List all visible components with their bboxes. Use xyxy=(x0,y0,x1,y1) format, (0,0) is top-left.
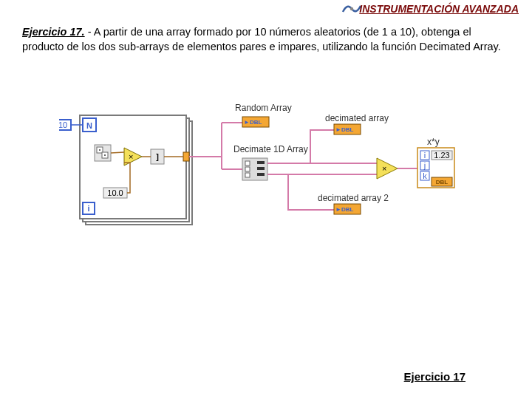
loop-tunnel xyxy=(183,152,189,161)
svg-rect-9 xyxy=(245,173,250,177)
decimate-label: Decimate 1D Array xyxy=(233,144,308,154)
svg-text:k: k xyxy=(423,171,427,180)
svg-text:j: j xyxy=(423,161,426,170)
svg-text:×: × xyxy=(129,152,133,161)
random-array-label: Random Array xyxy=(235,103,292,113)
svg-text:1.23: 1.23 xyxy=(434,151,449,160)
svg-point-0 xyxy=(350,7,353,10)
svg-rect-8 xyxy=(245,167,250,171)
page-header: INSTRUMENTACIÓN AVANZADA xyxy=(359,3,519,15)
svg-rect-11 xyxy=(257,167,265,170)
wire-dec-bottom xyxy=(267,174,334,210)
loop-count-value: 10 xyxy=(59,120,67,129)
decimated-array2-glyph: ►DBL xyxy=(335,206,353,213)
svg-text:]: ] xyxy=(156,152,159,161)
decimated-array-glyph: ►DBL xyxy=(335,126,353,133)
svg-text:i: i xyxy=(424,151,426,160)
svg-text:×: × xyxy=(382,164,386,173)
xy-label: x*y xyxy=(427,137,440,147)
constant-ten-value: 10.0 xyxy=(107,188,123,197)
random-array-glyph: ►DBL xyxy=(244,119,262,126)
decimated-array-label: decimated array xyxy=(325,113,389,123)
multiply-xy-node xyxy=(377,158,398,179)
exercise-prompt: Ejercicio 17. - A partir de una array fo… xyxy=(22,25,514,54)
svg-rect-10 xyxy=(257,161,265,164)
svg-rect-7 xyxy=(245,161,250,166)
exercise-footer-link[interactable]: Ejercicio 17 xyxy=(404,370,466,383)
loop-i-label: i xyxy=(87,204,89,213)
svg-rect-12 xyxy=(257,173,265,176)
exercise-label: Ejercicio 17. xyxy=(22,26,85,38)
exercise-text: - A partir de una array formado por 10 n… xyxy=(22,26,501,52)
svg-point-3 xyxy=(99,149,100,151)
loop-n-label: N xyxy=(86,121,92,130)
block-diagram: N 10 i × ] 10.0 Random Array ►DBL Decima… xyxy=(59,100,473,263)
svg-point-4 xyxy=(104,154,106,156)
wire-rand-to-mult xyxy=(111,152,124,153)
decimated-array2-label: decimated array 2 xyxy=(318,193,389,203)
svg-text:DBL: DBL xyxy=(436,179,449,185)
